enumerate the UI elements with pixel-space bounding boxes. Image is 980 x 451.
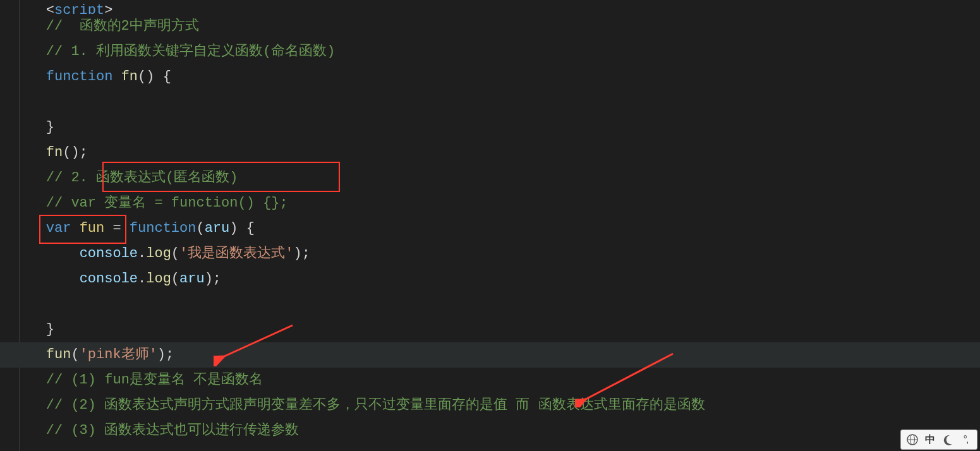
comment: // 1. 利用函数关键字自定义函数(命名函数) [46,44,336,59]
string-literal: '我是函数表达式' [179,246,293,262]
paren-open: ( [196,220,204,236]
paren-close: ); [205,271,221,287]
parens: (); [63,145,88,160]
code-line: var fun = function(aru) { [0,216,980,241]
code-line: // 函数的2中声明方式 [0,14,980,39]
arg-aru: aru [179,271,205,287]
code-line: // var 变量名 = function() {}; [0,191,980,216]
parens: () [138,69,154,85]
log: log [146,246,171,262]
comment: // (1) fun是变量名 不是函数名 [46,372,263,388]
code-line: } [0,317,980,342]
paren-close: ) [229,220,238,236]
code-line [0,90,980,115]
equals: = [104,220,130,236]
code-line: } [0,115,980,140]
brace-close: } [46,119,54,135]
code-line [0,292,980,317]
tag-bracket: > [104,3,112,14]
comment: // var 变量名 = function() {}; [46,195,288,211]
tag-bracket: < [46,3,54,14]
code-line: console.log('我是函数表达式'); [0,241,980,267]
code-line: fn(); [0,140,980,165]
paren-open: ( [171,271,179,287]
moon-icon[interactable] [940,432,955,447]
function-name-fn: fn [121,69,138,85]
code-editor[interactable]: <script> // 函数的2中声明方式 // 1. 利用函数关键字自定义函数… [0,0,980,451]
keyword-function: function [46,69,113,85]
more-icon[interactable]: °, [958,432,973,447]
script-tag: script [54,3,104,14]
ime-language[interactable]: 中 [923,432,938,447]
brace-open: { [154,69,171,85]
comment-prefix: // 2. [46,170,96,186]
brace-open: { [238,220,254,236]
log: log [146,271,171,287]
brace-close: } [46,322,54,337]
comment: // (2) 函数表达式声明方式跟声明变量差不多，只不过变量里面存的是值 而 函… [46,397,705,413]
param-aru: aru [205,220,230,236]
code-line-current: fun('pink老师'); [0,342,980,368]
dot: . [138,271,146,287]
code-line: // 1. 利用函数关键字自定义函数(命名函数) [0,39,980,64]
console: console [80,271,138,287]
paren-open: ( [71,347,79,363]
console: console [80,246,138,262]
dot: . [138,246,146,262]
call-fn: fn [46,145,63,160]
code-line: function fn() { [0,64,980,90]
comment: // (3) 函数表达式也可以进行传递参数 [46,423,299,438]
string-literal: 'pink老师' [80,347,157,363]
comment: // 函数的2中声明方式 [46,18,199,34]
call-fun: fun [46,347,71,363]
keyword-function: function [130,220,197,236]
keyword-var: var [46,220,71,236]
paren-close: ); [293,246,310,262]
ime-toolbar[interactable]: 中 °, [900,430,977,450]
code-line: // (1) fun是变量名 不是函数名 [0,368,980,393]
paren-close: ); [157,347,174,363]
code-line: <script> [0,1,980,14]
code-line: // (3) 函数表达式也可以进行传递参数 [0,418,980,443]
globe-icon[interactable] [905,432,920,447]
comment-boxed: 函数表达式(匿名函数) [96,170,238,186]
code-line: // (2) 函数表达式声明方式跟声明变量差不多，只不过变量里面存的是值 而 函… [0,393,980,418]
paren-open: ( [171,246,179,262]
identifier-fun: fun [80,220,105,236]
code-line: // 2. 函数表达式(匿名函数) [0,165,980,191]
code-line: console.log(aru); [0,267,980,292]
